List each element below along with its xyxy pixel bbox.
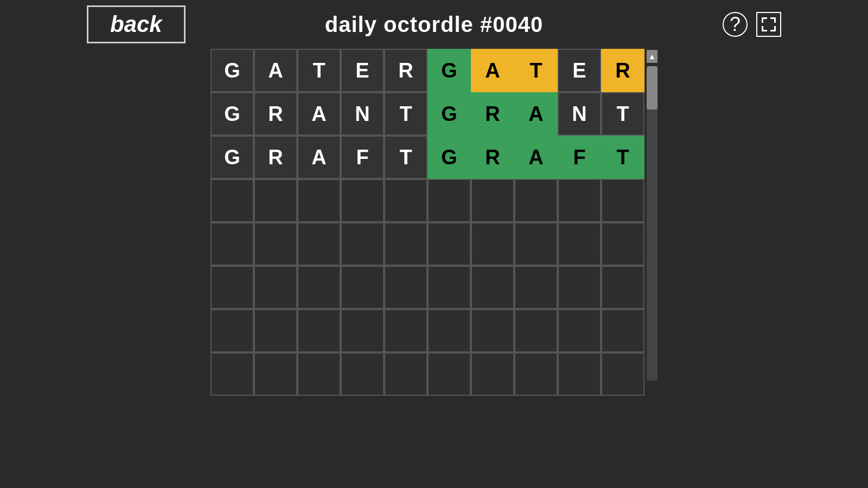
grid-cell: T: [384, 136, 427, 179]
grid-row: [210, 266, 644, 309]
back-button[interactable]: back: [87, 5, 186, 43]
grid-cell: [601, 309, 644, 352]
grid-cell: [514, 266, 558, 309]
grid-cell: T: [514, 49, 558, 92]
grid-row: [210, 179, 644, 222]
grid-cell: [297, 222, 341, 266]
grid-cell: G: [210, 49, 254, 92]
grid-cell: A: [297, 136, 341, 179]
grid-cell: R: [601, 49, 644, 92]
grid-cell: G: [427, 49, 471, 92]
scroll-up-button[interactable]: ▲: [647, 50, 658, 63]
grid-cell: [514, 222, 558, 266]
grid-cell: A: [514, 136, 558, 179]
grid-cell: T: [297, 49, 341, 92]
grid-cell: [254, 222, 297, 266]
grid-cell: N: [341, 92, 384, 136]
grid-cell: [254, 179, 297, 222]
scroll-thumb: [647, 66, 658, 110]
grid-cell: [514, 352, 558, 396]
grid-cell: [210, 352, 254, 396]
help-icon[interactable]: ?: [723, 12, 748, 37]
grid-cell: [558, 352, 601, 396]
header-icons: ?: [723, 12, 781, 37]
grid-cell: E: [341, 49, 384, 92]
grid-cell: [601, 179, 644, 222]
grid-cell: A: [254, 49, 297, 92]
grid-cell: E: [558, 49, 601, 92]
svg-rect-1: [762, 17, 763, 23]
game-title: daily octordle #0040: [325, 12, 543, 37]
grid-row: [210, 222, 644, 266]
grid-cell: F: [341, 136, 384, 179]
grid-cell: G: [427, 92, 471, 136]
grid-cell: [341, 222, 384, 266]
grid-cell: [297, 179, 341, 222]
grid-cell: G: [210, 92, 254, 136]
grid-cell: N: [558, 92, 601, 136]
scrollbar[interactable]: [647, 66, 658, 381]
grid-cell: [384, 222, 427, 266]
grid-cell: [384, 309, 427, 352]
grid-cell: [210, 266, 254, 309]
grid-cell: [558, 222, 601, 266]
grid-cell: [210, 222, 254, 266]
grid-cell: R: [471, 136, 514, 179]
grid-cell: R: [254, 92, 297, 136]
grid-cell: [384, 352, 427, 396]
grid-cell: G: [427, 136, 471, 179]
grid-cell: [341, 309, 384, 352]
grid-row: [210, 352, 644, 396]
grid-container: GATERGATERGRANTGRANTGRAFTGRAFT: [210, 49, 644, 396]
grid-cell: A: [514, 92, 558, 136]
grid-cell: A: [297, 92, 341, 136]
grid-cell: [427, 266, 471, 309]
grid-cell: [471, 222, 514, 266]
grid-cell: [427, 352, 471, 396]
grid-cell: [601, 222, 644, 266]
grid-cell: [558, 266, 601, 309]
grid-cell: [297, 309, 341, 352]
grid-cell: [210, 309, 254, 352]
grid-cell: T: [601, 92, 644, 136]
grid-cell: [471, 179, 514, 222]
svg-rect-5: [762, 26, 763, 31]
main-area: GATERGATERGRANTGRANTGRAFTGRAFT ▲: [205, 49, 663, 396]
grid-cell: [384, 179, 427, 222]
grid-cell: [427, 179, 471, 222]
grid-row: GATERGATER: [210, 49, 644, 92]
grid-cell: R: [471, 92, 514, 136]
grid-cell: T: [601, 136, 644, 179]
grid-cell: R: [384, 49, 427, 92]
grid-cell: F: [558, 136, 601, 179]
grid-cell: [471, 352, 514, 396]
grid-cell: [427, 222, 471, 266]
grid-cell: [297, 266, 341, 309]
grid-cell: [558, 309, 601, 352]
grid-cell: [471, 266, 514, 309]
grid-cell: [558, 179, 601, 222]
grid-cell: [471, 309, 514, 352]
grid-row: GRANTGRANT: [210, 92, 644, 136]
grid-cell: T: [384, 92, 427, 136]
grid-cell: [514, 179, 558, 222]
grid-row: GRAFTGRAFT: [210, 136, 644, 179]
grid-row: [210, 309, 644, 352]
grid-cell: [384, 266, 427, 309]
header: back daily octordle #0040 ?: [0, 0, 868, 49]
grid-cell: [341, 266, 384, 309]
expand-icon[interactable]: [756, 12, 781, 37]
grid-cell: [601, 266, 644, 309]
grid-cell: [254, 266, 297, 309]
grid-cell: [427, 309, 471, 352]
grid-cell: [297, 352, 341, 396]
grid-cell: [254, 352, 297, 396]
grid-cell: [601, 352, 644, 396]
svg-rect-7: [774, 26, 776, 31]
grid-cell: [514, 309, 558, 352]
grid-cell: [254, 309, 297, 352]
svg-rect-3: [774, 17, 776, 23]
grid-cell: [341, 352, 384, 396]
grid-cell: A: [471, 49, 514, 92]
grid-cell: [210, 179, 254, 222]
